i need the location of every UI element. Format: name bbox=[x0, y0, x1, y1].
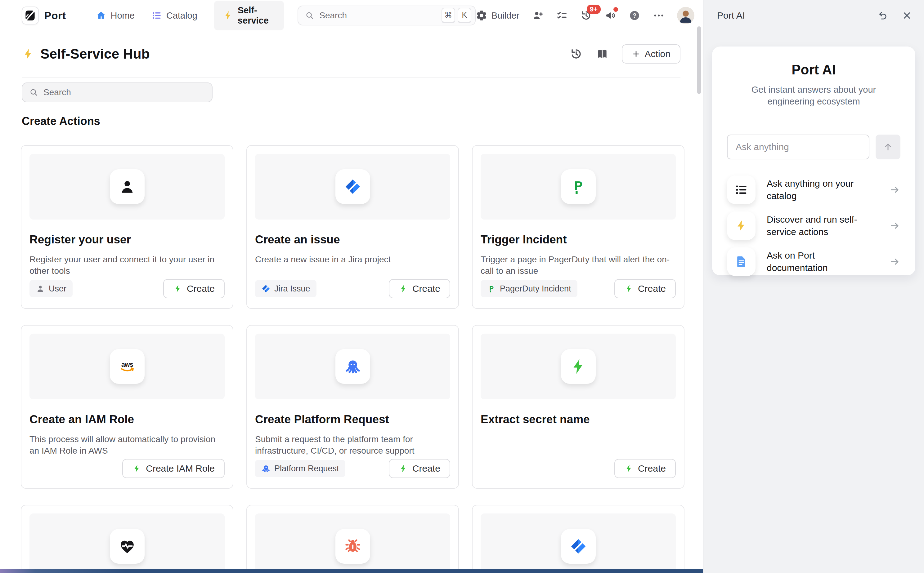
card-footer: P PagerDuty Incident Create bbox=[481, 279, 676, 298]
create-button-label: Create bbox=[638, 463, 666, 474]
search-icon bbox=[29, 88, 38, 97]
announcements-megaphone-icon[interactable] bbox=[604, 9, 616, 21]
user-avatar[interactable] bbox=[677, 7, 694, 24]
self-service-hub-page: Self-Service Hub Action Search Create Ac… bbox=[0, 31, 703, 573]
svg-text:P: P bbox=[489, 285, 494, 292]
action-card[interactable]: Register your user Register your user an… bbox=[21, 145, 233, 309]
blueprint-tag-label: User bbox=[49, 284, 66, 294]
action-card[interactable]: Extract secret name Create bbox=[472, 325, 684, 488]
blueprint-tag-label: Jira Issue bbox=[274, 284, 310, 294]
arrow-up-icon bbox=[883, 142, 893, 152]
user-icon bbox=[36, 284, 45, 293]
blueprint-tag-label: Platform Request bbox=[274, 464, 339, 473]
create-button-label: Create bbox=[413, 283, 440, 294]
arrow-right-icon bbox=[889, 220, 900, 231]
jira-icon bbox=[344, 178, 362, 196]
nav-item-home[interactable]: Home bbox=[96, 10, 135, 21]
action-card[interactable] bbox=[21, 505, 233, 573]
card-image-tile bbox=[255, 333, 450, 399]
suggestion-icon-chip bbox=[727, 247, 756, 276]
user-icon bbox=[118, 178, 136, 196]
book-icon[interactable] bbox=[596, 47, 609, 61]
action-card[interactable] bbox=[472, 505, 684, 573]
port-ai-panel: Port AI Port AI Get instant answers abou… bbox=[703, 0, 924, 573]
card-title: Trigger Incident bbox=[481, 233, 676, 246]
card-title: Create an IAM Role bbox=[30, 413, 224, 426]
action-card[interactable]: Create an issue Create a new issue in a … bbox=[246, 145, 459, 309]
history-icon[interactable] bbox=[569, 47, 583, 61]
jira-icon bbox=[569, 537, 587, 555]
tasks-checklist-icon[interactable] bbox=[556, 9, 568, 21]
card-icon-chip bbox=[336, 349, 370, 384]
bolt-icon bbox=[399, 464, 408, 473]
ai-subtitle: Get instant answers about your engineeri… bbox=[747, 84, 880, 107]
create-button[interactable]: Create bbox=[614, 459, 676, 478]
action-card[interactable] bbox=[246, 505, 459, 573]
runs-badge: 9+ bbox=[587, 5, 601, 14]
nav-item-catalog[interactable]: Catalog bbox=[151, 10, 197, 21]
close-icon[interactable] bbox=[902, 10, 912, 21]
bug-icon bbox=[344, 537, 362, 555]
runs-history-icon[interactable]: 9+ bbox=[580, 9, 592, 21]
action-cards-grid: Register your user Register your user an… bbox=[21, 145, 703, 573]
create-button[interactable]: Create bbox=[389, 459, 450, 478]
action-card[interactable]: P Trigger Incident Trigger a page in Pag… bbox=[472, 145, 684, 309]
blueprint-tag: User bbox=[30, 280, 72, 297]
create-button[interactable]: Create bbox=[163, 279, 224, 298]
arrow-right-icon bbox=[889, 184, 900, 195]
svg-text:?: ? bbox=[633, 12, 636, 19]
create-button[interactable]: Create bbox=[389, 279, 450, 298]
card-icon-chip bbox=[110, 169, 144, 204]
bolt-icon bbox=[173, 284, 182, 293]
avatar-photo bbox=[677, 7, 694, 24]
action-card[interactable]: aws Create an IAM Role This process will… bbox=[21, 325, 233, 488]
builder-button[interactable]: Builder bbox=[476, 9, 519, 21]
card-icon-chip bbox=[110, 529, 144, 564]
plus-icon bbox=[632, 50, 640, 58]
send-button[interactable] bbox=[875, 135, 900, 160]
card-image-tile: P bbox=[481, 154, 676, 219]
port-logo-icon bbox=[24, 9, 36, 22]
card-footer: Jira Issue Create bbox=[255, 279, 450, 298]
ask-anything-input[interactable] bbox=[727, 135, 869, 160]
hub-title-group: Self-Service Hub bbox=[22, 46, 150, 62]
card-image-tile bbox=[30, 154, 224, 219]
ai-title: Port AI bbox=[727, 62, 900, 78]
port-ai-panel-header: Port AI bbox=[703, 0, 924, 31]
create-button[interactable]: Create bbox=[614, 279, 676, 298]
panel-header-tools bbox=[877, 10, 912, 21]
global-search-input[interactable]: Search ⌘K bbox=[298, 6, 475, 25]
card-image-tile bbox=[481, 514, 676, 573]
add-action-button[interactable]: Action bbox=[622, 44, 681, 64]
bolt-yellow-icon bbox=[734, 219, 748, 233]
search-icon bbox=[305, 11, 314, 20]
action-card[interactable]: Create Platform Request Submit a request… bbox=[246, 325, 459, 488]
undo-icon[interactable] bbox=[877, 10, 888, 21]
create-button-label: Create bbox=[413, 463, 440, 474]
search-shortcut-keys: ⌘K bbox=[439, 8, 471, 23]
create-button[interactable]: Create IAM Role bbox=[122, 459, 224, 478]
vertical-scrollbar[interactable] bbox=[697, 27, 701, 94]
blueprint-tag: Platform Request bbox=[255, 460, 345, 477]
nav-item-self-service[interactable]: Self-service bbox=[214, 1, 284, 30]
bolt-green-icon bbox=[569, 357, 587, 376]
card-icon-chip: aws bbox=[110, 349, 144, 384]
ai-suggestion-item[interactable]: Discover and run self-service actions bbox=[727, 211, 900, 240]
card-image-tile bbox=[481, 333, 676, 399]
ai-suggestion-item[interactable]: Ask on Port documentation bbox=[727, 247, 900, 276]
hub-search-input[interactable]: Search bbox=[22, 83, 213, 102]
aws-icon: aws bbox=[118, 357, 136, 376]
card-image-tile bbox=[255, 154, 450, 219]
page-title: Self-Service Hub bbox=[40, 46, 150, 62]
more-ellipsis-icon[interactable] bbox=[653, 9, 665, 21]
help-icon[interactable]: ? bbox=[629, 9, 640, 21]
port-logo[interactable] bbox=[22, 6, 39, 25]
suggestion-icon-chip bbox=[727, 175, 756, 204]
blueprint-tag: P PagerDuty Incident bbox=[481, 280, 577, 297]
invite-user-icon[interactable] bbox=[532, 9, 544, 21]
ai-suggestion-item[interactable]: Ask anything on your catalog bbox=[727, 175, 900, 204]
octopus-icon bbox=[344, 357, 362, 376]
hub-header: Self-Service Hub Action bbox=[22, 31, 681, 78]
catalog-list-icon bbox=[734, 183, 748, 197]
ai-suggestions: Ask anything on your catalog Discover an… bbox=[727, 175, 900, 276]
